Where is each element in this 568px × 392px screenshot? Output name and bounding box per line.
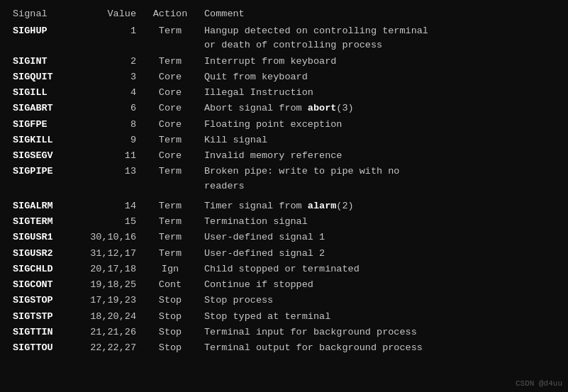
table-row: SIGINT2TermInterrupt from keyboard [7, 54, 561, 69]
signal-value: 8 [78, 117, 142, 133]
signal-action: Core [142, 85, 199, 101]
signal-value: 20,17,18 [78, 262, 142, 277]
table-row: SIGTTOU22,22,27StopTerminal output for b… [7, 340, 561, 356]
watermark-label: CSDN @d4uu [516, 379, 562, 388]
signal-comment: Continue if stopped [199, 277, 561, 293]
signal-name: SIGUSR1 [7, 230, 78, 245]
signal-action: Stop [142, 293, 199, 308]
table-row: SIGFPE8CoreFloating point exception [7, 117, 561, 133]
signal-value: 22,22,27 [78, 340, 142, 356]
signal-action: Core [142, 117, 199, 133]
signal-comment: Floating point exception [199, 117, 561, 133]
signal-comment: Stop typed at terminal [199, 309, 561, 325]
table-row: SIGSTOP17,19,23StopStop process [7, 293, 561, 308]
signal-value: 6 [78, 101, 142, 116]
signal-comment: Stop process [199, 293, 561, 308]
signal-action: Cont [142, 277, 199, 293]
signal-name: SIGTTIN [7, 325, 78, 340]
signal-comment: Quit from keyboard [199, 69, 561, 85]
signal-value: 15 [78, 214, 142, 230]
signal-value: 14 [78, 198, 142, 214]
signal-value: 18,20,24 [78, 309, 142, 325]
table-row: SIGABRT6CoreAbort signal from abort(3) [7, 101, 561, 116]
signal-value: 19,18,25 [78, 277, 142, 293]
signal-value: 11 [78, 148, 142, 164]
table-row: SIGTTIN21,21,26StopTerminal input for ba… [7, 325, 561, 340]
signal-value: 9 [78, 133, 142, 148]
table-row: SIGUSR130,10,16TermUser-defined signal 1 [7, 230, 561, 245]
signal-name: SIGUSR2 [7, 246, 78, 262]
signal-name: SIGILL [7, 85, 78, 101]
table-row: SIGHUP1TermHangup detected on controllin… [7, 23, 561, 54]
signal-action: Core [142, 148, 199, 164]
signal-action: Core [142, 69, 199, 85]
table-row: SIGPIPE13TermBroken pipe: write to pipe … [7, 164, 561, 194]
signal-comment: Child stopped or terminated [199, 262, 561, 277]
signal-name: SIGCHLD [7, 262, 78, 277]
signal-name: SIGINT [7, 54, 78, 69]
signal-action: Term [142, 23, 199, 54]
signal-action: Stop [142, 309, 199, 325]
signal-value: 17,19,23 [78, 293, 142, 308]
signal-action: Term [142, 133, 199, 148]
table-row: SIGCHLD20,17,18IgnChild stopped or termi… [7, 262, 561, 277]
table-row: SIGQUIT3CoreQuit from keyboard [7, 69, 561, 85]
signal-action: Stop [142, 325, 199, 340]
signal-name: SIGPIPE [7, 164, 78, 194]
signal-value: 21,21,26 [78, 325, 142, 340]
signal-comment: Terminal input for background process [199, 325, 561, 340]
signal-name: SIGTERM [7, 214, 78, 230]
signal-name: SIGABRT [7, 101, 78, 116]
signal-name: SIGHUP [7, 23, 78, 54]
signal-action: Core [142, 101, 199, 116]
signal-comment: Hangup detected on controlling terminalo… [199, 23, 561, 54]
signal-name: SIGFPE [7, 117, 78, 133]
signal-comment: Timer signal from alarm(2) [199, 198, 561, 214]
signal-comment: Termination signal [199, 214, 561, 230]
signal-name: SIGQUIT [7, 69, 78, 85]
table-row: SIGKILL9TermKill signal [7, 133, 561, 148]
signal-name: SIGKILL [7, 133, 78, 148]
signal-name: SIGSEGV [7, 148, 78, 164]
signal-value: 4 [78, 85, 142, 101]
signal-action: Term [142, 214, 199, 230]
table-row: SIGTSTP18,20,24StopStop typed at termina… [7, 309, 561, 325]
signal-comment: Illegal Instruction [199, 85, 561, 101]
table-row: SIGSEGV11CoreInvalid memory reference [7, 148, 561, 164]
signal-value: 30,10,16 [78, 230, 142, 245]
signal-action: Ign [142, 262, 199, 277]
signal-comment: Interrupt from keyboard [199, 54, 561, 69]
table-row: SIGILL4CoreIllegal Instruction [7, 85, 561, 101]
signal-value: 13 [78, 164, 142, 194]
signal-name: SIGSTOP [7, 293, 78, 308]
signal-name: SIGTSTP [7, 309, 78, 325]
signal-comment: Terminal output for background process [199, 340, 561, 356]
signal-value: 2 [78, 54, 142, 69]
signal-name: SIGCONT [7, 277, 78, 293]
table-row: SIGALRM14TermTimer signal from alarm(2) [7, 198, 561, 214]
signal-action: Term [142, 54, 199, 69]
signals-table: Signal Value Action Comment SIGHUP1TermH… [7, 6, 561, 356]
table-row: SIGCONT19,18,25ContContinue if stopped [7, 277, 561, 293]
signal-comment: Invalid memory reference [199, 148, 561, 164]
signal-comment: Abort signal from abort(3) [199, 101, 561, 116]
signal-action: Term [142, 230, 199, 245]
signal-action: Term [142, 246, 199, 262]
table-row: SIGTERM15TermTermination signal [7, 214, 561, 230]
header-comment: Comment [199, 6, 561, 23]
signal-action: Term [142, 198, 199, 214]
signal-comment: Broken pipe: write to pipe with noreader… [199, 164, 561, 194]
signal-name: SIGALRM [7, 198, 78, 214]
signal-value: 1 [78, 23, 142, 54]
signal-value: 3 [78, 69, 142, 85]
header-action: Action [142, 6, 199, 23]
header-signal: Signal [7, 6, 78, 23]
signal-comment: Kill signal [199, 133, 561, 148]
table-row: SIGUSR231,12,17TermUser-defined signal 2 [7, 246, 561, 262]
signal-comment: User-defined signal 1 [199, 230, 561, 245]
signal-comment: User-defined signal 2 [199, 246, 561, 262]
signal-value: 31,12,17 [78, 246, 142, 262]
signal-action: Stop [142, 340, 199, 356]
signal-action: Term [142, 164, 199, 194]
header-value: Value [78, 6, 142, 23]
